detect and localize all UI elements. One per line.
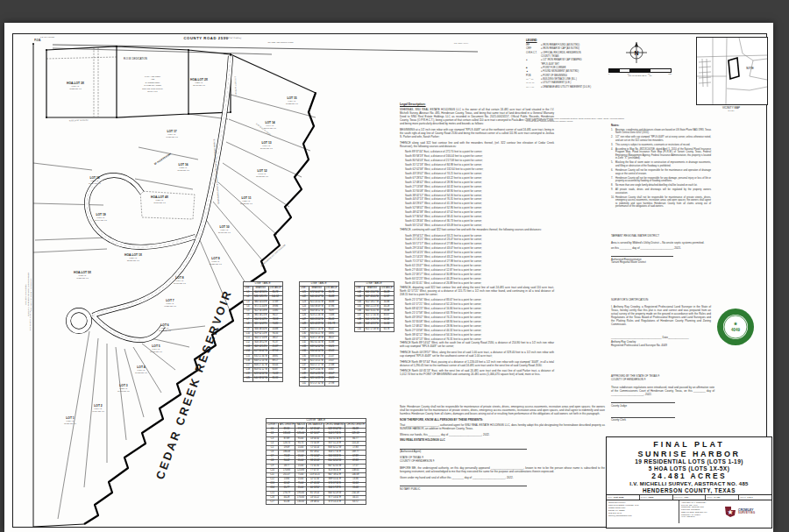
lot-sqft: 39,944 SQ. FT. [95, 219, 107, 222]
metes-bounds-call: South 61°28'46" West, a distance of 36.7… [405, 219, 554, 223]
metes-bounds-call: South 31°55'08" West, a distance of 68.9… [405, 189, 554, 193]
spacer [611, 408, 714, 411]
vicinity-map-inset: SITE [696, 37, 768, 105]
metes-bounds-call: South 55°17'17" West, a distance of 27.8… [405, 242, 554, 245]
metes-bounds-call: North 43°19'02" West, a distance of 74.2… [405, 316, 554, 319]
site-outline [729, 58, 739, 79]
paragraph: THENCE North 89°14'02" West, with the so… [400, 341, 554, 348]
section-heading: Legal Description: [400, 103, 554, 106]
metes-bounds-call: South 38°42'12" West, a distance of 54.1… [405, 194, 554, 197]
lot-sqft: 43,734 SQ. FT. [92, 410, 104, 413]
metes-bounds-call: North 12°48'42" West, a distance of 28.9… [405, 324, 554, 328]
metes-bounds-call: South 39°54'12" West, a distance of 53.2… [405, 234, 554, 238]
site-label: SITE [746, 66, 754, 70]
metes-bounds-call: South 21°14'25" West, a distance of 43.2… [405, 255, 554, 259]
lot-sqft: 27,631 SQ. FT. [260, 147, 273, 150]
paragraph: BEGINNING at a 1/2 inch iron rebar with … [400, 128, 554, 138]
cell-value: 1 of 1 [747, 496, 753, 499]
metes-bounds-call: South 44°47'13" West, a distance of 76.3… [405, 197, 554, 201]
texas-star-logo-icon: ★ [724, 506, 736, 518]
note-text: Blocking the flow of storm water in cons… [615, 161, 711, 167]
metes-bounds-call: South 55°12'04" West, a distance of 63.0… [405, 223, 554, 227]
table-cell: L20 [244, 377, 253, 381]
paragraph: I, Anthony Ray Crowley, a Registered Pro… [611, 305, 711, 326]
cell-value: CBM [649, 496, 654, 499]
table-cell: S73°14'25"E [323, 500, 345, 505]
table-row: C1765.38'130.00'28°48'55"S73°14'25"E63.7… [267, 500, 366, 505]
row-dedication-label: R.O.W. DEDICATION [124, 57, 147, 60]
metes-bounds-call: South 80°54'03" East, a distance of 217.… [405, 159, 554, 162]
metes-bounds-call: South 53°14'25" West, a distance of 43.6… [405, 251, 554, 254]
north-arrow-icon: N [624, 40, 649, 65]
note-text: All private roads, drives and driveways … [615, 188, 711, 195]
lot-sqft: 40,687 SQ. FT. [166, 136, 178, 138]
metes-bounds-call: North 60°22'23" West, a distance of 44.2… [405, 277, 554, 280]
surveyor-certification-block: SURVEYOR'S CERTIFICATION:I, Anthony Ray … [611, 299, 711, 348]
adjoining-owner-text: DARLENE COOK [146, 82, 160, 83]
approval-block: APPROVED BY THE STATE OF TEXAS §COUNTY O… [611, 375, 714, 422]
seal-number: 4049 [731, 328, 741, 332]
metes-bounds-call: North 45°31'41" West, a distance of 26.8… [405, 281, 554, 285]
contour-line-label: APPROXIMATE 322' CONTOUR LINE [260, 244, 287, 267]
bearing-distance-label: 1/2" IRF FOUND [40, 36, 55, 38]
legal-description-column: Legal Description:WHEREAS, SNU REAL ESTA… [400, 103, 554, 379]
title-block: FINAL PLATSUNRISE HARBOR19 RESIDENTIAL L… [606, 436, 772, 528]
metes-bounds-call: North 27°13'58" West, a distance of 44.3… [405, 329, 554, 332]
basis-of-bearings-note: Basis of Bearings: Texas State Plane Coo… [526, 117, 624, 123]
legend-text: = DRAINAGE AND UTILITY EASEMENT (D.U.E.) [541, 86, 642, 89]
paragraph: That ______________________, authorized … [400, 423, 605, 430]
table-cell: 81.31' [268, 377, 282, 381]
surveyor-contact-block: ANTHONY RAY CROWLEYR.P.L.S. NO. 4049CROW… [681, 501, 724, 522]
metes-bounds-call: South 21°13'21" West, a distance of 23.4… [405, 238, 554, 241]
west-boundary-line [33, 44, 84, 527]
dedication-column: Note: Henderson County shall not be resp… [400, 405, 605, 491]
plat-document-page: { "plat": { "county_road": "COUNTY ROAD … [0, 0, 789, 532]
surveyor-line: (940) 482-3009 [681, 515, 724, 518]
spacer [611, 329, 711, 336]
adjoining-owner-text: CALLED 110 ACRES [144, 84, 161, 86]
adjoining-owner-text: DOC. NO. 2015-0003670 [142, 88, 163, 89]
graphic-scale-bar: 03060120 GRAPHIC SCALE 1" = 60' [608, 68, 672, 76]
note-item: 1.Bearings, coordinates and distances sh… [611, 129, 711, 135]
metes-bounds-call: South 31°12'18" West, a distance of 84.9… [405, 163, 554, 167]
note-text: According to Map No. 48213C0070E, dated … [615, 148, 711, 160]
note-item: 9.All private roads, drives and driveway… [611, 188, 711, 195]
metes-bounds-call: South 27°13'58" West, a distance of 44.3… [405, 185, 554, 188]
legend-symbol: ■ [526, 67, 541, 69]
legend-symbol: — — — [526, 82, 541, 84]
lot-sqft: 48,555 SQ. FT. [69, 88, 82, 90]
table-cell: 63.72' [345, 500, 366, 505]
metes-bounds-call: North 01°17'21" West, a distance of 52.2… [405, 302, 554, 306]
metes-bounds-call: South 40°29'47" West, a distance of 41.1… [405, 202, 554, 205]
bearing-distance-label: N 89°14'02" W 214.80' [69, 119, 89, 122]
legend-symbol: — ·· — [526, 78, 541, 81]
metes-bounds-call: North 21°17'58" West, a distance of 63.7… [405, 311, 554, 315]
note-item: 4.According to Map No. 48213C0070E, date… [611, 148, 711, 160]
lot-sqft: 29,259 SQ. FT. [210, 263, 222, 266]
note-item: 2.1/2" iron rebar with cap stamped "RPLS… [611, 136, 711, 142]
info-cell: CheckedARC [673, 495, 707, 500]
metes-bounds-call: North 27°45'05" West, a distance of 12.8… [405, 268, 554, 272]
lot-sqft: 31,522 SQ. FT. [286, 103, 298, 105]
data-table: LINE TABLELINE #BEARINGDISTANCEL1S04°08'… [243, 281, 283, 382]
metes-bounds-call: South 85°58'19" East, a distance of 166.… [405, 154, 554, 158]
paragraph-bold: NOW THEREFORE, KNOW ALL PERSONS BY THESE… [400, 418, 605, 422]
paragraph: Witness our hands, this ________ day of … [400, 433, 605, 436]
metes-bounds-call: South 71°27'32" West, a distance of 27.9… [405, 259, 554, 263]
label-line: Tarrant Regional Water District [611, 261, 711, 265]
note-item: 3.This survey is subject to easements, c… [611, 144, 711, 147]
adjoining-owner-west-text: VOLUME 2787, PAGE 7, O.P.R.H.C.T. [30, 278, 32, 311]
title-block-line: SUNRISE HARBOR [608, 450, 770, 459]
vicinity-map: SITE VICINITY MAP (N.T.S.) [696, 37, 766, 111]
water-district-block: TARRANT REGIONAL WATER DISTRICTArea is s… [611, 235, 711, 265]
metes-bounds-call: South 67°28'52" West, a distance of 63.2… [405, 176, 554, 180]
legend-symbol: IRF [526, 44, 541, 46]
info-cell: DrawnCBM [640, 495, 673, 500]
note-text: Henderson County will not be responsible… [615, 169, 711, 175]
info-cell: Scale1"=60' [706, 495, 739, 500]
table-cell: N21°17'58"W [364, 327, 380, 331]
lot-sqft: 22,651 SQ. FT. [127, 259, 139, 262]
cell-label: Sheet [740, 496, 746, 499]
note-item: 10.Henderson County shall not be respons… [611, 196, 711, 209]
cedar-creek-reservoir-label: CEDAR CREEK RESERVOIR [153, 287, 235, 481]
